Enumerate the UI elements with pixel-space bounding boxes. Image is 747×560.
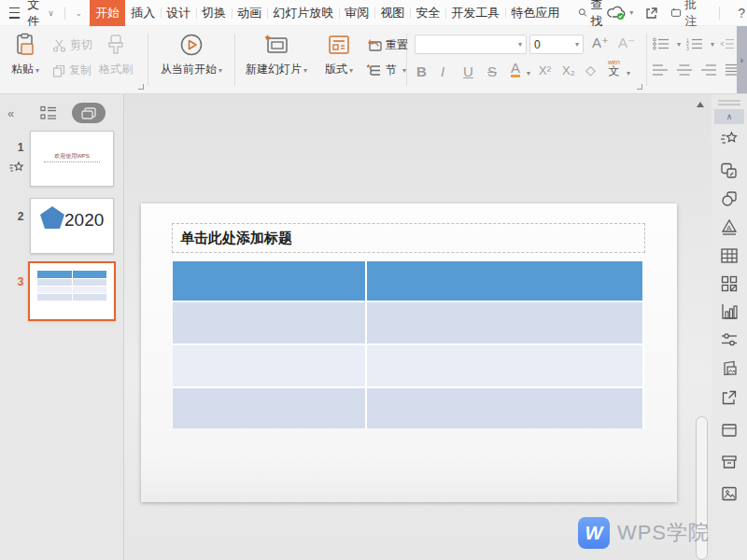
numbered-list-icon[interactable]: 123: [686, 37, 703, 50]
settings-sliders-icon[interactable]: [720, 330, 739, 349]
copy-icon: [52, 64, 65, 77]
numbered-list-dropdown-icon[interactable]: ▾: [711, 40, 714, 49]
help-button[interactable]: ?: [738, 6, 745, 21]
tab-design[interactable]: 设计: [161, 0, 196, 26]
picture-icon[interactable]: [720, 484, 739, 503]
chart-icon[interactable]: [720, 302, 739, 321]
share-button[interactable]: [644, 6, 659, 21]
new-slide-icon: [263, 34, 289, 56]
font-size-value: 0: [534, 38, 541, 51]
copy-button[interactable]: 复制: [52, 63, 92, 78]
cut-button[interactable]: 剪切: [52, 37, 92, 53]
align-right-icon[interactable]: [701, 63, 716, 77]
toolbar-expand-button[interactable]: ›: [737, 26, 747, 93]
bullet-list-dropdown-icon[interactable]: ▾: [677, 40, 681, 49]
tab-devtools[interactable]: 开发工具: [445, 0, 505, 26]
shape-icon[interactable]: [720, 189, 739, 208]
file-chevron-down-icon[interactable]: ∨: [48, 8, 54, 18]
font-color-button[interactable]: A: [511, 62, 520, 77]
collapse-panel-icon[interactable]: «: [7, 106, 14, 120]
hamburger-menu-icon[interactable]: [9, 7, 20, 19]
font-size-dropdown-icon: ▾: [575, 40, 579, 49]
table-cell[interactable]: [173, 302, 365, 343]
superscript-button[interactable]: X²: [539, 63, 551, 77]
align-center-icon[interactable]: [677, 63, 692, 77]
tab-security[interactable]: 安全: [410, 0, 445, 26]
table-cell[interactable]: [367, 261, 642, 301]
format-painter-button[interactable]: 格式刷: [93, 32, 138, 77]
title-placeholder[interactable]: 单击此处添加标题: [172, 223, 645, 253]
underline-button[interactable]: U: [463, 63, 473, 79]
tab-view[interactable]: 视图: [374, 0, 410, 26]
find-button[interactable]: 查找: [578, 0, 607, 30]
italic-button[interactable]: I: [441, 63, 444, 79]
export-share-icon[interactable]: [720, 388, 739, 407]
font-name-dropdown-icon: ▾: [518, 40, 522, 49]
rail-drag-handle[interactable]: [718, 100, 740, 107]
layout-button[interactable]: 版式▾: [319, 32, 359, 77]
rail-scroll-up-button[interactable]: ∧: [714, 109, 744, 124]
subscript-button[interactable]: X₂: [562, 63, 575, 77]
font-dialog-launcher[interactable]: [637, 84, 642, 90]
slide-thumbnail-3-selected[interactable]: [28, 261, 116, 321]
section-icon: [366, 63, 382, 77]
scrollbar-up-arrow[interactable]: [697, 102, 704, 107]
font-color-dropdown-icon[interactable]: ▾: [527, 69, 530, 77]
section-button[interactable]: 节▾: [366, 63, 406, 78]
align-left-icon[interactable]: [653, 63, 668, 77]
comment-button[interactable]: 批注: [670, 0, 701, 30]
strikethrough-button[interactable]: S: [487, 63, 497, 79]
clipboard-dialog-launcher[interactable]: [138, 84, 144, 90]
phonetic-guide-button[interactable]: wén 文: [608, 59, 620, 77]
table-cell[interactable]: [367, 302, 642, 343]
slide-thumbnail-1[interactable]: 欢迎使用WPS: [30, 131, 114, 187]
cloud-sync-button[interactable]: ▾: [607, 6, 633, 21]
bold-button[interactable]: B: [416, 63, 427, 79]
table-cell[interactable]: [173, 261, 365, 301]
slideshow-group: 从当前开始▾: [148, 26, 234, 93]
arrange-objects-icon[interactable]: [720, 161, 739, 180]
archive-box-icon[interactable]: [720, 453, 739, 471]
font-size-select[interactable]: 0 ▾: [529, 35, 584, 54]
photo-album-icon[interactable]: [720, 359, 739, 378]
table-cell[interactable]: [173, 388, 365, 428]
new-slide-button[interactable]: 新建幻灯片▾: [239, 32, 314, 77]
slide-view-toggle[interactable]: [72, 103, 106, 123]
table-cell[interactable]: [367, 345, 642, 386]
tab-slideshow[interactable]: 幻灯片放映: [267, 0, 339, 26]
slide-table[interactable]: [173, 261, 644, 428]
reset-button[interactable]: 重置: [366, 37, 408, 53]
tab-review[interactable]: 审阅: [339, 0, 374, 26]
play-from-current-button[interactable]: 从当前开始▾: [154, 32, 229, 77]
clear-format-button[interactable]: ◇: [585, 63, 596, 77]
paste-button[interactable]: 粘贴▾: [6, 32, 45, 77]
frame-icon[interactable]: [720, 421, 739, 440]
current-slide[interactable]: 单击此处添加标题: [141, 203, 677, 502]
table-cell[interactable]: [173, 345, 365, 386]
slides-group: 新建幻灯片▾ 版式▾ 重置 节▾: [235, 26, 406, 93]
apps-grid-icon[interactable]: [720, 274, 739, 293]
tab-transition[interactable]: 切换: [196, 0, 232, 26]
tab-home[interactable]: 开始: [90, 0, 125, 26]
file-menu[interactable]: 文件: [27, 0, 44, 30]
bullet-list-icon[interactable]: [653, 37, 669, 50]
tab-insert[interactable]: 插入: [125, 0, 161, 26]
effects-wand-icon[interactable]: [720, 130, 739, 148]
outline-view-icon[interactable]: [40, 105, 57, 120]
font-name-select[interactable]: ▾: [415, 35, 527, 54]
table-insert-icon[interactable]: [720, 246, 739, 265]
slide-thumbnail-2[interactable]: 2020: [30, 198, 114, 254]
increase-font-button[interactable]: A⁺: [592, 35, 609, 51]
tab-special-apps[interactable]: 特色应用: [505, 0, 565, 26]
cut-icon: [52, 39, 66, 52]
menubar-divider: [719, 7, 720, 20]
quick-access-chevron-icon[interactable]: ⌄: [76, 8, 83, 18]
decrease-font-button[interactable]: A⁻: [618, 35, 635, 51]
animation-indicator-icon[interactable]: [9, 161, 24, 175]
tab-animation[interactable]: 动画: [232, 0, 267, 26]
decrease-indent-icon[interactable]: [720, 37, 735, 50]
table-cell[interactable]: [367, 388, 642, 428]
thumb-1-subtitle-lines: [44, 161, 100, 164]
wordart-icon[interactable]: A: [720, 218, 739, 237]
phonetic-dropdown-icon[interactable]: ▾: [627, 69, 630, 77]
